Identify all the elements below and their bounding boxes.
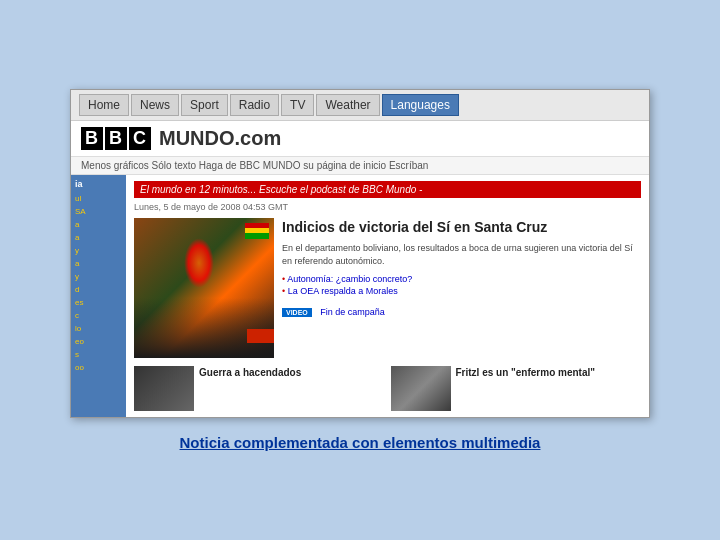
nav-home[interactable]: Home xyxy=(79,94,129,116)
bbc-header: B B C MUNDO.com xyxy=(71,121,649,157)
video-link[interactable]: Fin de campaña xyxy=(320,307,385,317)
mundo-text: MUNDO.com xyxy=(159,127,281,150)
sidebar-link[interactable]: a xyxy=(75,257,122,270)
story-text: Indicios de victoria del Sí en Santa Cru… xyxy=(282,218,641,358)
flag-green xyxy=(245,233,269,239)
caption-area: Noticia complementada con elementos mult… xyxy=(170,434,551,451)
main-story-image xyxy=(134,218,274,358)
sidebar-link[interactable]: y xyxy=(75,270,122,283)
main-story: Indicios de victoria del Sí en Santa Cru… xyxy=(134,218,641,358)
tagline-bar: Menos gráficos Sólo texto Haga de BBC MU… xyxy=(71,157,649,175)
left-sidebar: ia ul SA a a y a y d es c lo eo s oo xyxy=(71,175,126,417)
sidebar-link[interactable]: es xyxy=(75,296,122,309)
caption-text[interactable]: Noticia complementada con elementos mult… xyxy=(180,434,541,451)
sidebar-link[interactable]: d xyxy=(75,283,122,296)
story-body: En el departamento boliviano, los result… xyxy=(282,242,641,267)
bottom-story-img-2 xyxy=(391,366,451,411)
bbc-logo: B B C xyxy=(81,127,151,150)
sidebar-link[interactable]: a xyxy=(75,231,122,244)
story-links: Autonomía: ¿cambio concreto? La OEA resp… xyxy=(282,273,641,297)
fire-visual xyxy=(184,238,214,288)
nav-news[interactable]: News xyxy=(131,94,179,116)
people-silhouette xyxy=(134,298,274,358)
sidebar-link[interactable]: c xyxy=(75,309,122,322)
browser-window: Home News Sport Radio TV Weather Languag… xyxy=(70,89,650,418)
sidebar-link[interactable]: oo xyxy=(75,361,122,374)
video-badge: VIDEO xyxy=(282,308,312,317)
headline-bar: El mundo en 12 minutos... Escuche el pod… xyxy=(134,181,641,198)
sidebar-link[interactable]: SA xyxy=(75,205,122,218)
bottom-story-img-1 xyxy=(134,366,194,411)
bbc-box-c: C xyxy=(129,127,151,150)
nav-weather[interactable]: Weather xyxy=(316,94,379,116)
sidebar-link[interactable]: y xyxy=(75,244,122,257)
nav-tv[interactable]: TV xyxy=(281,94,314,116)
main-content: ia ul SA a a y a y d es c lo eo s oo xyxy=(71,175,649,417)
nav-sport[interactable]: Sport xyxy=(181,94,228,116)
bottom-stories: Guerra a hacendados Fritzl es un "enferm… xyxy=(134,366,641,411)
slide-container: Home News Sport Radio TV Weather Languag… xyxy=(0,0,720,540)
video-row: VIDEO Fin de campaña xyxy=(282,301,641,319)
nav-languages[interactable]: Languages xyxy=(382,94,459,116)
bbc-box-b: B xyxy=(81,127,103,150)
bolivia-flag xyxy=(245,223,269,239)
right-content: El mundo en 12 minutos... Escuche el pod… xyxy=(126,175,649,417)
bottom-story-1: Guerra a hacendados xyxy=(134,366,385,411)
nav-bar: Home News Sport Radio TV Weather Languag… xyxy=(71,90,649,121)
sidebar-link[interactable]: lo xyxy=(75,322,122,335)
bottom-story-title-2[interactable]: Fritzl es un "enfermo mental" xyxy=(456,366,596,411)
sidebar-link[interactable]: eo xyxy=(75,335,122,348)
story-link-1[interactable]: Autonomía: ¿cambio concreto? xyxy=(282,273,641,285)
date-line: Lunes, 5 de mayo de 2008 04:53 GMT xyxy=(134,202,641,212)
annotation-arrow xyxy=(247,329,274,343)
bottom-story-title-1[interactable]: Guerra a hacendados xyxy=(199,366,301,411)
sidebar-link[interactable]: s xyxy=(75,348,122,361)
nav-radio[interactable]: Radio xyxy=(230,94,279,116)
sidebar-section-label: ia xyxy=(75,179,122,189)
sidebar-link[interactable]: ul xyxy=(75,192,122,205)
story-headline: Indicios de victoria del Sí en Santa Cru… xyxy=(282,218,641,236)
story-link-2[interactable]: La OEA respalda a Morales xyxy=(282,285,641,297)
sidebar-links: ul SA a a y a y d es c lo eo s oo xyxy=(75,192,122,374)
sidebar-link[interactable]: a xyxy=(75,218,122,231)
bottom-story-2: Fritzl es un "enfermo mental" xyxy=(391,366,642,411)
story-image-bg xyxy=(134,218,274,358)
bbc-box-b2: B xyxy=(105,127,127,150)
